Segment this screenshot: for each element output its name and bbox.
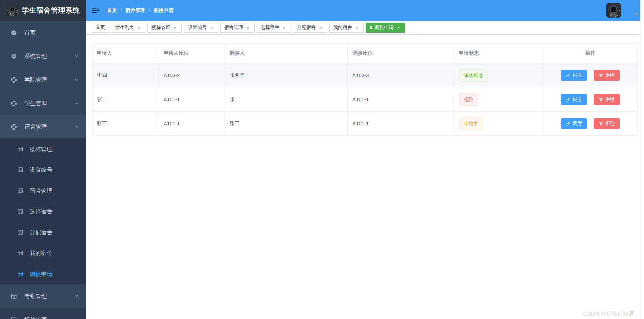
- app-logo-bar: 学生宿舍管理系统: [0, 0, 86, 21]
- close-icon[interactable]: ×: [173, 25, 178, 30]
- breadcrumb-current: 调换申请: [154, 7, 174, 14]
- sidebar-item-home[interactable]: 首页: [0, 21, 86, 44]
- sidebar-item-system[interactable]: 系统管理: [0, 44, 86, 68]
- sidebar-item-label: 分配宿舍: [30, 229, 53, 236]
- sidebar-item-label: 考勤管理: [24, 292, 74, 300]
- scrollbar[interactable]: [640, 0, 644, 319]
- tab-label: 宿舍管理: [224, 25, 243, 31]
- close-icon[interactable]: ×: [396, 25, 401, 30]
- breadcrumb-dorm-mgmt[interactable]: 宿舍管理: [125, 7, 145, 14]
- approve-button[interactable]: 同意: [561, 94, 587, 105]
- hamburger-icon[interactable]: [92, 7, 99, 14]
- close-icon[interactable]: ×: [282, 25, 287, 30]
- buoy-icon: [11, 100, 17, 107]
- screen: 学生宿舍管理系统 首页 系统管理 学院管理 学生管理: [0, 0, 644, 319]
- breadcrumb-home[interactable]: 首页: [107, 7, 117, 14]
- approve-button[interactable]: 同意: [561, 70, 587, 81]
- sidebar-item-label: 调换申请: [30, 270, 53, 278]
- sidebar-item-swap-request[interactable]: 调换申请: [0, 264, 86, 284]
- sidebar-item-label: 学生管理: [24, 99, 74, 107]
- app-title: 学生宿舍管理系统: [22, 6, 80, 15]
- col-actions: 操作: [543, 44, 638, 63]
- tab-label: 学生列表: [115, 25, 134, 31]
- cell-swap-with: 张三: [225, 87, 348, 112]
- tab-swap-request[interactable]: 调换申请 ×: [366, 23, 405, 33]
- table-icon: [17, 229, 23, 235]
- table-icon: [11, 293, 17, 300]
- cell-swap-with: 张明华: [225, 63, 348, 87]
- tab-my-dorm[interactable]: 我的宿舍 ×: [329, 23, 364, 33]
- sidebar-item-assign-dorm[interactable]: 分配宿舍: [0, 222, 86, 243]
- tab-label: 选择宿舍: [261, 25, 279, 31]
- dashboard-icon: [11, 30, 17, 36]
- close-icon[interactable]: ×: [354, 25, 360, 30]
- breadcrumb-separator: /: [121, 8, 122, 13]
- sidebar-item-attendance[interactable]: 考勤管理: [0, 284, 86, 308]
- chevron-down-icon: [74, 77, 79, 82]
- reject-button[interactable]: 拒绝: [594, 118, 620, 129]
- pencil-icon: [566, 97, 571, 102]
- table-icon: [17, 250, 23, 256]
- cell-applicant: 张三: [92, 87, 159, 112]
- avatar[interactable]: [606, 3, 621, 18]
- tab-label: 我的宿舍: [333, 25, 352, 31]
- close-icon[interactable]: ×: [318, 25, 323, 30]
- cell-swap-bed: A103-3: [348, 63, 454, 87]
- tab-building-mgmt[interactable]: 楼栋管理 ×: [147, 23, 182, 33]
- sidebar-item-dorm-mgmt[interactable]: 宿舍管理: [0, 180, 86, 201]
- sidebar-item-my-dorm[interactable]: 我的宿舍: [0, 243, 86, 264]
- sidebar: 学生宿舍管理系统 首页 系统管理 学院管理 学生管理: [0, 0, 86, 319]
- reject-button[interactable]: 拒绝: [594, 70, 620, 81]
- buoy-icon: [11, 77, 17, 83]
- close-icon[interactable]: ×: [209, 25, 214, 30]
- status-badge: 拒绝: [459, 93, 478, 106]
- trash-icon: [599, 97, 603, 102]
- close-icon[interactable]: ×: [245, 25, 250, 30]
- tab-choose-dorm[interactable]: 选择宿舍 ×: [257, 23, 291, 33]
- table-row: 李四 A103-2 张明华 A103-3 审核通过 同意 拒绝: [92, 63, 638, 87]
- table-row: 张三 A101-1 张三 A101-1 审核中 同意 拒绝: [92, 112, 638, 136]
- tab-label: 设置编号: [188, 25, 207, 31]
- sidebar-item-repair[interactable]: 报修管理: [0, 308, 86, 319]
- cell-applicant-bed: A101-1: [159, 87, 225, 112]
- tab-set-number[interactable]: 设置编号 ×: [184, 23, 218, 33]
- col-swap-with: 调换人: [225, 44, 348, 63]
- cell-applicant: 李四: [92, 63, 159, 87]
- sidebar-item-label: 设置编号: [30, 166, 53, 174]
- cell-applicant: 张三: [92, 112, 159, 136]
- cell-applicant-bed: A101-1: [159, 112, 225, 136]
- tab-label: 分配宿舍: [297, 25, 316, 31]
- sidebar-item-choose-dorm[interactable]: 选择宿舍: [0, 201, 86, 222]
- breadcrumb-separator: /: [149, 8, 150, 13]
- swap-request-table-wrap: 申请人 申请人床位 调换人 调换床位 申请状态 操作 李四 A103-2 张明华…: [92, 43, 637, 136]
- sidebar-item-college[interactable]: 学院管理: [0, 68, 86, 91]
- sidebar-menu: 首页 系统管理 学院管理 学生管理 宿舍管理: [0, 21, 86, 319]
- cell-swap-bed: A101-1: [348, 112, 454, 136]
- trash-icon: [599, 73, 603, 78]
- top-header: 首页 / 宿舍管理 / 调换申请: [86, 0, 644, 21]
- active-tab-dot: [370, 26, 372, 29]
- table-row: 张三 A101-1 张三 A101-1 拒绝 同意 拒绝: [92, 87, 638, 112]
- approve-button[interactable]: 同意: [561, 118, 587, 129]
- sidebar-item-building-mgmt[interactable]: 楼栋管理: [0, 138, 86, 159]
- close-icon[interactable]: ×: [136, 25, 141, 30]
- buoy-icon: [11, 124, 17, 130]
- reject-button[interactable]: 拒绝: [594, 94, 620, 105]
- chevron-down-icon: [74, 101, 79, 106]
- sidebar-submenu-dorm: 楼栋管理 设置编号 宿舍管理 选择宿舍 分配宿舍: [0, 138, 86, 284]
- status-badge: 审核通过: [459, 69, 488, 82]
- tab-student-list[interactable]: 学生列表 ×: [111, 23, 145, 33]
- trash-icon: [599, 121, 603, 126]
- sidebar-item-set-number[interactable]: 设置编号: [0, 159, 86, 180]
- sidebar-item-student[interactable]: 学生管理: [0, 91, 86, 115]
- chevron-down-icon: [74, 294, 79, 298]
- user-dropdown-caret-icon[interactable]: [634, 13, 638, 16]
- table-icon: [17, 167, 23, 173]
- table-icon: [17, 271, 23, 277]
- tab-dorm-mgmt[interactable]: 宿舍管理 ×: [220, 23, 255, 33]
- cell-swap-bed: A101-1: [348, 87, 454, 112]
- tab-assign-dorm[interactable]: 分配宿舍 ×: [293, 23, 327, 33]
- tab-home[interactable]: 首页: [92, 23, 109, 33]
- sidebar-item-dorm[interactable]: 宿舍管理: [0, 115, 86, 138]
- app-logo: [7, 5, 18, 16]
